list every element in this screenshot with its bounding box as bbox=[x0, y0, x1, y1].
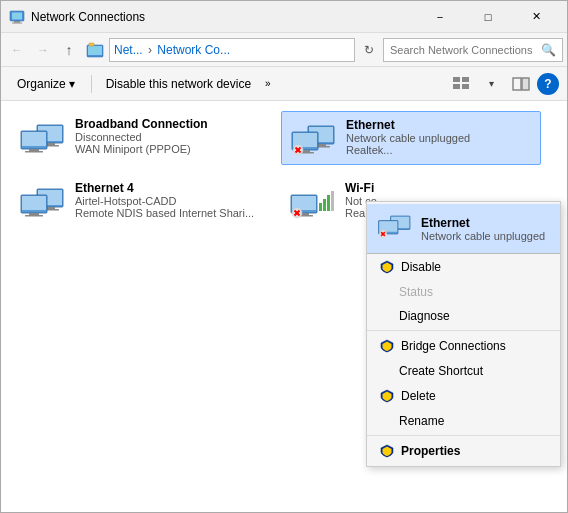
maximize-button[interactable]: □ bbox=[465, 1, 511, 33]
ethernet4-name: Ethernet 4 bbox=[75, 181, 254, 195]
svg-rect-10 bbox=[462, 84, 469, 89]
svg-rect-6 bbox=[89, 43, 94, 46]
toolbar: Organize ▾ Disable this network device »… bbox=[1, 67, 567, 101]
content-area: Broadband Connection Disconnected WAN Mi… bbox=[1, 101, 567, 513]
svg-rect-18 bbox=[22, 132, 46, 146]
organize-label: Organize bbox=[17, 77, 66, 91]
ctx-diagnose-button[interactable]: Diagnose bbox=[367, 304, 560, 328]
context-menu-header-icon bbox=[377, 210, 413, 247]
window-title: Network Connections bbox=[31, 10, 417, 24]
nav-up-button[interactable]: ↑ bbox=[57, 38, 81, 62]
ctx-shortcut-label: Create Shortcut bbox=[399, 364, 483, 378]
svg-rect-12 bbox=[522, 78, 529, 90]
disable-network-device-button[interactable]: Disable this network device bbox=[100, 73, 257, 95]
ethernet-name: Ethernet bbox=[346, 118, 470, 132]
svg-rect-39 bbox=[25, 215, 43, 217]
breadcrumb[interactable]: Net... › Network Co... bbox=[109, 38, 355, 62]
svg-rect-37 bbox=[22, 196, 46, 210]
broadband-connection-item[interactable]: Broadband Connection Disconnected WAN Mi… bbox=[11, 111, 271, 165]
context-menu-title: Ethernet bbox=[421, 216, 545, 230]
ethernet-connection-item[interactable]: Ethernet Network cable unplugged Realtek… bbox=[281, 111, 541, 165]
ethernet4-computer-icon bbox=[19, 181, 67, 221]
ctx-separator-1 bbox=[367, 330, 560, 331]
help-button[interactable]: ? bbox=[537, 73, 559, 95]
svg-rect-9 bbox=[453, 84, 460, 89]
view-chevron-button[interactable]: ▾ bbox=[477, 71, 505, 97]
svg-rect-19 bbox=[29, 149, 39, 151]
close-button[interactable]: ✕ bbox=[513, 1, 559, 33]
svg-rect-45 bbox=[323, 199, 326, 211]
svg-rect-20 bbox=[25, 151, 43, 153]
ctx-rename-button[interactable]: Rename bbox=[367, 409, 560, 433]
preview-pane-button[interactable] bbox=[507, 71, 535, 97]
wifi-name: Wi-Fi bbox=[345, 181, 391, 195]
titlebar: Network Connections − □ ✕ bbox=[1, 1, 567, 33]
broadband-info: Broadband Connection Disconnected WAN Mi… bbox=[75, 117, 208, 155]
ctx-diagnose-label: Diagnose bbox=[399, 309, 450, 323]
shield-bridge-icon bbox=[379, 338, 395, 354]
svg-rect-38 bbox=[29, 213, 39, 215]
shield-properties-icon bbox=[379, 443, 395, 459]
ethernet4-connection-item[interactable]: Ethernet 4 Airtel-Hotspot-CADD Remote ND… bbox=[11, 175, 271, 227]
ctx-rename-label: Rename bbox=[399, 414, 444, 428]
svg-rect-26 bbox=[293, 133, 317, 147]
context-menu-header: Ethernet Network cable unplugged bbox=[367, 204, 560, 254]
shield-delete-icon bbox=[379, 388, 395, 404]
ctx-status-button[interactable]: Status bbox=[367, 280, 560, 304]
ctx-status-label: Status bbox=[399, 285, 433, 299]
minimize-button[interactable]: − bbox=[417, 1, 463, 33]
nav-back-button[interactable]: ← bbox=[5, 38, 29, 62]
nav-forward-button[interactable]: → bbox=[31, 38, 55, 62]
ctx-properties-label: Properties bbox=[401, 444, 460, 458]
svg-rect-44 bbox=[319, 203, 322, 211]
svg-rect-2 bbox=[14, 21, 20, 23]
addressbar: ← → ↑ Net... › Network Co... ↻ 🔍 bbox=[1, 33, 567, 67]
search-input[interactable] bbox=[390, 44, 537, 56]
ethernet4-icon-wrap bbox=[19, 181, 67, 221]
svg-rect-1 bbox=[12, 12, 22, 19]
svg-rect-41 bbox=[292, 196, 316, 210]
search-icon: 🔍 bbox=[541, 43, 556, 57]
ctx-bridge-button[interactable]: Bridge Connections bbox=[367, 333, 560, 359]
ethernet4-status: Airtel-Hotspot-CADD bbox=[75, 195, 254, 207]
broadband-device: WAN Miniport (PPPOE) bbox=[75, 143, 208, 155]
ethernet-device: Realtek... bbox=[346, 144, 470, 156]
refresh-button[interactable]: ↻ bbox=[357, 38, 381, 62]
svg-rect-54 bbox=[379, 221, 397, 232]
view-options-button[interactable] bbox=[447, 71, 475, 97]
app-icon bbox=[9, 9, 25, 25]
svg-rect-46 bbox=[327, 195, 330, 211]
breadcrumb-part1: Net... bbox=[114, 43, 143, 57]
svg-rect-7 bbox=[453, 77, 460, 82]
more-actions-button[interactable]: » bbox=[261, 74, 275, 93]
location-icon bbox=[83, 38, 107, 62]
breadcrumb-separator: › bbox=[145, 43, 156, 57]
toolbar-separator bbox=[91, 75, 92, 93]
wifi-icon-wrap bbox=[289, 181, 337, 221]
ctx-shortcut-button[interactable]: Create Shortcut bbox=[367, 359, 560, 383]
context-menu-subtitle: Network cable unplugged bbox=[421, 230, 545, 242]
ctx-delete-label: Delete bbox=[401, 389, 436, 403]
wifi-computer-icon bbox=[289, 181, 337, 221]
ctx-disable-label: Disable bbox=[401, 260, 441, 274]
svg-rect-5 bbox=[88, 46, 102, 55]
svg-rect-47 bbox=[331, 191, 334, 211]
search-box[interactable]: 🔍 bbox=[383, 38, 563, 62]
broadband-icon-wrap bbox=[19, 117, 67, 157]
ctx-disable-button[interactable]: Disable bbox=[367, 254, 560, 280]
window-controls: − □ ✕ bbox=[417, 1, 559, 33]
breadcrumb-part2: Network Co... bbox=[157, 43, 230, 57]
ethernet-icon-wrap bbox=[290, 118, 338, 158]
context-menu: Ethernet Network cable unplugged Disable… bbox=[366, 201, 561, 467]
svg-rect-8 bbox=[462, 77, 469, 82]
context-menu-header-info: Ethernet Network cable unplugged bbox=[421, 216, 545, 242]
ctx-separator-2 bbox=[367, 435, 560, 436]
organize-button[interactable]: Organize ▾ bbox=[9, 73, 83, 95]
ctx-delete-button[interactable]: Delete bbox=[367, 383, 560, 409]
ethernet-info: Ethernet Network cable unplugged Realtek… bbox=[346, 118, 470, 156]
ctx-properties-button[interactable]: Properties bbox=[367, 438, 560, 464]
shield-disable-icon bbox=[379, 259, 395, 275]
ethernet-status: Network cable unplugged bbox=[346, 132, 470, 144]
svg-rect-11 bbox=[513, 78, 521, 90]
broadband-computer-icon bbox=[19, 117, 67, 157]
